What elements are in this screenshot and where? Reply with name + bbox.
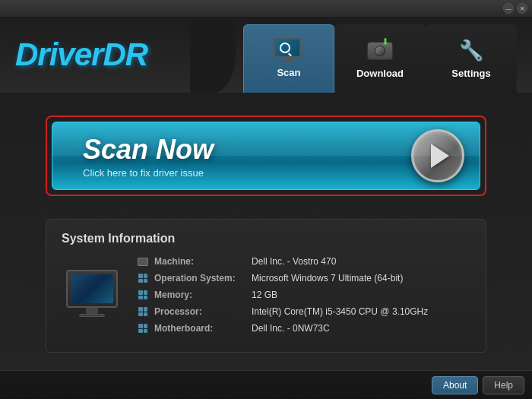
download-arrow-icon: ⬇ bbox=[382, 36, 389, 47]
machine-label: Machine: bbox=[154, 256, 245, 267]
app-logo: DriverDR bbox=[15, 36, 147, 73]
help-button[interactable]: Help bbox=[483, 376, 524, 394]
computer-graphic bbox=[62, 256, 122, 317]
system-info-panel: System Information Machine: Dell Inc. - … bbox=[46, 219, 486, 353]
memory-icon bbox=[138, 290, 148, 300]
scan-tab-icon bbox=[274, 38, 304, 62]
about-button[interactable]: About bbox=[432, 376, 478, 394]
main-content: Scan Now Click here to fix driver issue … bbox=[0, 93, 532, 382]
info-row-motherboard: Motherboard: Dell Inc. - 0NW73C bbox=[138, 323, 470, 334]
download-tab-label: Download bbox=[356, 68, 404, 79]
info-row-machine: Machine: Dell Inc. - Vostro 470 bbox=[138, 256, 470, 267]
magnify-icon bbox=[280, 43, 290, 53]
processor-value: Intel(R) Core(TM) i5-3450 CPU @ 3.10GHz bbox=[252, 306, 428, 317]
scan-now-button[interactable]: Scan Now Click here to fix driver issue bbox=[52, 122, 480, 190]
system-info-body: Machine: Dell Inc. - Vostro 470 Operatio… bbox=[62, 256, 470, 340]
scan-now-title: Scan Now bbox=[83, 134, 214, 166]
os-value: Microsoft Windows 7 Ultimate (64-bit) bbox=[252, 273, 403, 283]
motherboard-label: Motherboard: bbox=[154, 323, 245, 334]
info-row-processor: Processor: Intel(R) Core(TM) i5-3450 CPU… bbox=[138, 306, 470, 317]
wrench-icon: 🔧 bbox=[459, 39, 483, 62]
scan-arrow-button[interactable] bbox=[411, 129, 464, 182]
system-info-rows: Machine: Dell Inc. - Vostro 470 Operatio… bbox=[138, 256, 470, 340]
scan-now-subtitle: Click here to fix driver issue bbox=[83, 167, 214, 179]
memory-label: Memory: bbox=[154, 290, 245, 300]
info-row-memory: Memory: 12 GB bbox=[138, 290, 470, 300]
machine-icon bbox=[138, 256, 148, 267]
motherboard-icon bbox=[138, 323, 148, 334]
scan-now-wrapper: Scan Now Click here to fix driver issue bbox=[46, 116, 486, 196]
grid-icon-3 bbox=[138, 307, 147, 316]
processor-label: Processor: bbox=[154, 306, 245, 317]
scan-text-area: Scan Now Click here to fix driver issue bbox=[83, 134, 214, 179]
os-icon bbox=[138, 273, 148, 283]
tab-settings[interactable]: 🔧 Settings bbox=[426, 24, 517, 93]
grid-icon bbox=[138, 274, 147, 283]
settings-tab-icon: 🔧 bbox=[456, 37, 486, 65]
window-controls[interactable]: — ✕ bbox=[503, 3, 527, 14]
processor-icon bbox=[138, 306, 148, 317]
footer: About Help bbox=[0, 370, 532, 399]
tab-scan[interactable]: Scan bbox=[243, 24, 334, 93]
computer-monitor-icon bbox=[66, 270, 118, 308]
motherboard-value: Dell Inc. - 0NW73C bbox=[252, 323, 330, 334]
header: DriverDR Scan ⬇ bbox=[0, 17, 532, 93]
os-label: Operation System: bbox=[154, 273, 245, 283]
system-info-title: System Information bbox=[62, 232, 470, 245]
scan-tab-label: Scan bbox=[277, 67, 300, 78]
nav-tabs: Scan ⬇ Download 🔧 Settings bbox=[213, 17, 532, 93]
close-button[interactable]: ✕ bbox=[517, 3, 527, 14]
grid-icon-2 bbox=[138, 290, 147, 299]
settings-tab-label: Settings bbox=[451, 68, 490, 79]
memory-value: 12 GB bbox=[252, 290, 277, 300]
tab-download[interactable]: ⬇ Download bbox=[334, 24, 426, 93]
info-row-os: Operation System: Microsoft Windows 7 Ul… bbox=[138, 273, 470, 283]
download-tab-icon: ⬇ bbox=[365, 37, 395, 65]
arrow-right-icon bbox=[431, 144, 449, 168]
machine-value: Dell Inc. - Vostro 470 bbox=[252, 256, 336, 267]
minimize-button[interactable]: — bbox=[503, 3, 514, 14]
pc-icon bbox=[138, 258, 148, 266]
title-bar: — ✕ bbox=[0, 0, 532, 17]
grid-icon-4 bbox=[138, 324, 147, 333]
logo-area: DriverDR bbox=[0, 17, 213, 93]
